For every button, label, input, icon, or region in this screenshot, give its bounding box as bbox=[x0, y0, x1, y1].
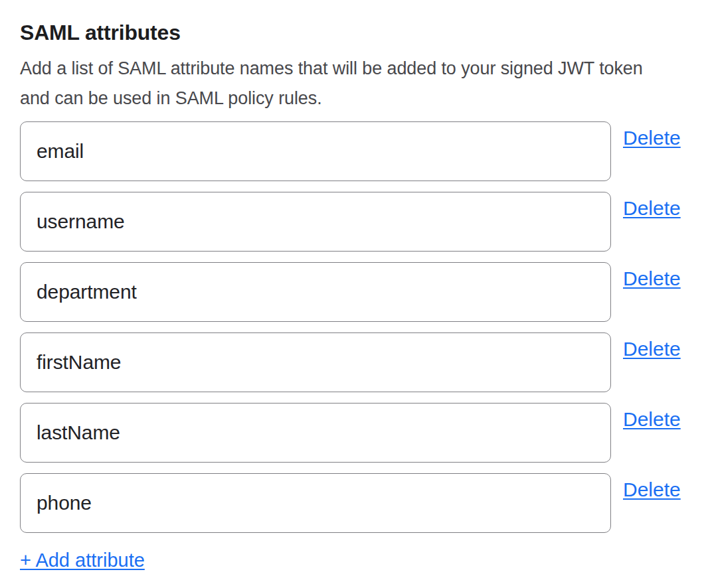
delete-attribute-link[interactable]: Delete bbox=[623, 478, 681, 502]
attribute-list: Delete Delete Delete Delete Delete Delet… bbox=[20, 121, 708, 533]
attribute-row: Delete bbox=[20, 192, 708, 252]
attribute-row: Delete bbox=[20, 121, 708, 181]
delete-attribute-link[interactable]: Delete bbox=[623, 407, 681, 431]
delete-attribute-link[interactable]: Delete bbox=[623, 337, 681, 361]
attribute-name-input[interactable] bbox=[20, 192, 611, 252]
attribute-row: Delete bbox=[20, 332, 708, 392]
section-description: Add a list of SAML attribute names that … bbox=[20, 54, 658, 113]
attribute-row: Delete bbox=[20, 403, 708, 463]
saml-attributes-section: SAML attributes Add a list of SAML attri… bbox=[0, 0, 708, 572]
attribute-name-input[interactable] bbox=[20, 262, 611, 322]
delete-attribute-link[interactable]: Delete bbox=[623, 126, 681, 150]
delete-attribute-link[interactable]: Delete bbox=[623, 196, 681, 220]
page-title: SAML attributes bbox=[20, 19, 708, 46]
attribute-name-input[interactable] bbox=[20, 332, 611, 392]
add-attribute-link[interactable]: + Add attribute bbox=[20, 549, 145, 572]
attribute-row: Delete bbox=[20, 262, 708, 322]
attribute-name-input[interactable] bbox=[20, 473, 611, 533]
delete-attribute-link[interactable]: Delete bbox=[623, 267, 681, 291]
attribute-row: Delete bbox=[20, 473, 708, 533]
attribute-name-input[interactable] bbox=[20, 121, 611, 181]
attribute-name-input[interactable] bbox=[20, 403, 611, 463]
